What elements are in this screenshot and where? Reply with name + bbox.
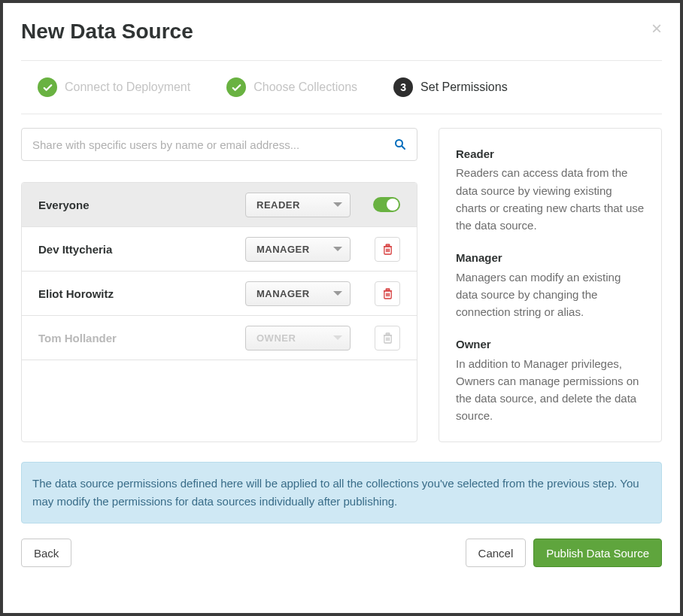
- role-select[interactable]: READER: [245, 193, 351, 217]
- permissions-list: EveryoneREADERDev IttycheriaMANAGER Elio…: [21, 182, 417, 442]
- check-icon: [38, 77, 57, 97]
- permission-name: Tom Hollander: [38, 332, 245, 344]
- help-body: In addition to Manager privileges, Owner…: [456, 355, 645, 425]
- left-column: EveryoneREADERDev IttycheriaMANAGER Elio…: [21, 128, 417, 442]
- permission-name: Everyone: [38, 199, 245, 211]
- divider: [21, 60, 662, 61]
- divider: [21, 114, 662, 114]
- modal-title: New Data Source: [21, 20, 193, 44]
- delete-button[interactable]: [375, 237, 400, 262]
- help-reader: Reader Readers can access data from the …: [456, 145, 645, 234]
- role-select: OWNER: [245, 326, 351, 350]
- search-icon[interactable]: [394, 138, 406, 150]
- permission-row: EveryoneREADER: [22, 183, 417, 227]
- help-owner: Owner In addition to Manager privileges,…: [456, 335, 645, 424]
- svg-line-1: [402, 147, 405, 150]
- trash-icon: [383, 332, 393, 344]
- role-select[interactable]: MANAGER: [245, 237, 351, 262]
- info-banner: The data source permissions defined here…: [21, 462, 662, 523]
- step-connect-to-deployment: Connect to Deployment: [38, 77, 190, 97]
- close-icon[interactable]: ×: [651, 20, 662, 38]
- wizard-steps: Connect to Deployment Choose Collections…: [21, 77, 662, 97]
- delete-button[interactable]: [375, 281, 400, 306]
- chevron-down-icon: [333, 335, 342, 340]
- svg-rect-6: [386, 244, 390, 246]
- svg-rect-12: [386, 289, 390, 290]
- help-manager: Manager Managers can modify an existing …: [456, 249, 645, 320]
- help-title: Reader: [456, 145, 645, 162]
- action-cell: [351, 237, 403, 262]
- svg-rect-18: [386, 333, 390, 335]
- help-title: Owner: [456, 335, 645, 353]
- search-wrap: [21, 128, 417, 161]
- step-choose-collections: Choose Collections: [226, 77, 357, 97]
- search-input[interactable]: [32, 138, 394, 151]
- chevron-down-icon: [333, 202, 342, 207]
- help-title: Manager: [456, 249, 645, 266]
- toggle-knob: [387, 199, 399, 211]
- role-label: READER: [257, 199, 300, 211]
- enable-toggle[interactable]: [373, 197, 400, 212]
- help-body: Managers can modify an existing data sou…: [456, 269, 645, 321]
- modal-header: New Data Source ×: [21, 20, 662, 44]
- action-cell: [351, 197, 403, 212]
- step-label: Connect to Deployment: [65, 80, 190, 94]
- role-select[interactable]: MANAGER: [245, 281, 351, 306]
- action-cell: [351, 326, 403, 350]
- delete-button: [375, 326, 400, 350]
- modal-footer: Back Cancel Publish Data Source: [21, 539, 662, 567]
- permission-name: Eliot Horowitz: [38, 287, 245, 300]
- back-button[interactable]: Back: [21, 539, 71, 567]
- permission-name: Dev Ittycheria: [38, 243, 245, 256]
- action-cell: [351, 281, 403, 306]
- permission-row: Tom HollanderOWNER: [22, 316, 417, 360]
- permissions-scroll[interactable]: EveryoneREADERDev IttycheriaMANAGER Elio…: [22, 183, 417, 442]
- role-label: MANAGER: [257, 244, 310, 255]
- step-label: Set Permissions: [420, 80, 508, 94]
- step-set-permissions: 3 Set Permissions: [393, 77, 508, 97]
- permission-row: Eliot HorowitzMANAGER: [22, 272, 417, 316]
- help-panel: Reader Readers can access data from the …: [439, 128, 662, 442]
- trash-icon: [383, 288, 393, 299]
- modal-new-data-source: New Data Source × Connect to Deployment …: [3, 3, 680, 613]
- help-body: Readers can access data from the data so…: [456, 164, 645, 234]
- chevron-down-icon: [333, 247, 342, 251]
- publish-button[interactable]: Publish Data Source: [533, 539, 662, 567]
- role-label: OWNER: [257, 332, 296, 344]
- step-number: 3: [393, 77, 413, 97]
- trash-icon: [383, 244, 393, 255]
- role-label: MANAGER: [257, 288, 310, 299]
- step-label: Choose Collections: [253, 80, 357, 94]
- svg-point-0: [396, 140, 402, 147]
- permission-row: Dev IttycheriaMANAGER: [22, 227, 417, 272]
- content-row: EveryoneREADERDev IttycheriaMANAGER Elio…: [21, 128, 662, 442]
- footer-right: Cancel Publish Data Source: [466, 539, 662, 567]
- chevron-down-icon: [333, 291, 342, 296]
- check-icon: [226, 77, 246, 97]
- scroll-filler: [22, 360, 417, 442]
- cancel-button[interactable]: Cancel: [466, 539, 527, 567]
